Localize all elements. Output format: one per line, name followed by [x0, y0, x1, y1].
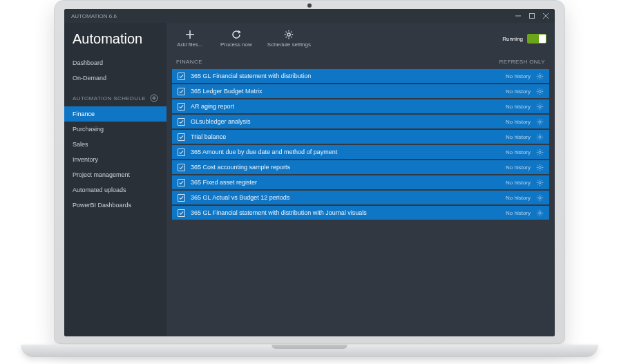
row-checkbox[interactable] [178, 103, 185, 111]
row-status: No history [506, 149, 531, 155]
sidebar-item-finance[interactable]: Finance [64, 106, 166, 122]
list-row[interactable]: 365 GL Financial statement with distribu… [172, 206, 549, 220]
svg-line-96 [542, 199, 542, 200]
svg-point-27 [539, 90, 541, 92]
list-row[interactable]: 365 GL Actual vs Budget 12 periodsNo his… [172, 191, 549, 204]
svg-line-53 [542, 119, 542, 120]
main-panel: Add files... Process now Schedule settin… [166, 23, 555, 336]
row-gear-icon[interactable] [536, 149, 544, 156]
svg-line-14 [286, 32, 287, 32]
add-files-button[interactable]: Add files... [175, 30, 205, 48]
row-status: No history [506, 73, 531, 79]
process-now-button[interactable]: Process now [220, 30, 252, 48]
sidebar-item-sales[interactable]: Sales [64, 137, 166, 152]
svg-line-86 [537, 180, 538, 181]
report-list: 365 GL Financial statement with distribu… [166, 69, 555, 225]
svg-line-25 [537, 77, 538, 78]
row-status: No history [506, 88, 531, 95]
sidebar-item-purchasing[interactable]: Purchasing [64, 122, 166, 137]
row-name: AR aging report [191, 103, 506, 110]
svg-line-95 [537, 195, 538, 196]
toolbar: Add files... Process now Schedule settin… [166, 23, 555, 55]
svg-line-70 [537, 153, 538, 154]
svg-line-52 [537, 123, 538, 124]
svg-line-107 [542, 211, 542, 211]
svg-point-63 [539, 151, 541, 153]
schedule-settings-button[interactable]: Schedule settings [267, 30, 311, 48]
row-gear-icon[interactable] [536, 88, 544, 95]
row-checkbox[interactable] [178, 73, 185, 80]
check-icon [179, 104, 184, 109]
minimize-icon[interactable] [515, 12, 522, 19]
svg-line-17 [291, 32, 292, 32]
list-row[interactable]: GLsubledger analysisNo history [172, 115, 549, 128]
add-files-label: Add files... [177, 41, 202, 48]
row-checkbox[interactable] [178, 209, 185, 217]
svg-line-59 [537, 135, 538, 135]
row-gear-icon[interactable] [536, 73, 544, 80]
row-gear-icon[interactable] [536, 103, 544, 111]
svg-line-105 [542, 214, 542, 215]
svg-point-45 [539, 120, 541, 122]
list-row[interactable]: Trial balanceNo history [172, 130, 549, 144]
row-checkbox[interactable] [178, 88, 185, 95]
list-row[interactable]: 365 Cost accounting sample reportsNo his… [172, 160, 549, 174]
sidebar-item-automated-uploads[interactable]: Automated uploads [64, 182, 166, 198]
plus-icon [185, 30, 195, 39]
row-gear-icon[interactable] [536, 194, 544, 202]
close-icon[interactable] [542, 12, 549, 19]
row-checkbox[interactable] [178, 194, 185, 202]
sidebar-item-inventory[interactable]: Inventory [64, 152, 166, 167]
check-icon [179, 195, 184, 200]
list-row[interactable]: 365 Amount due by due date and method of… [172, 145, 549, 159]
svg-line-16 [286, 37, 287, 37]
sidebar-item-on-demand[interactable]: On-Demand [64, 70, 166, 86]
titlebar: AUTOMATION 6.6 [64, 9, 555, 23]
svg-line-61 [537, 138, 538, 139]
row-name: GLsubledger analysis [191, 118, 506, 125]
row-checkbox[interactable] [178, 164, 185, 171]
svg-line-80 [542, 165, 542, 166]
running-toggle[interactable] [527, 34, 546, 44]
check-icon [179, 89, 184, 94]
svg-line-79 [537, 169, 538, 169]
row-checkbox[interactable] [178, 149, 185, 156]
sidebar-item-powerbi-dashboards[interactable]: PowerBI Dashboards [64, 198, 166, 213]
check-icon [179, 135, 184, 140]
sidebar-section-label: AUTOMATION SCHEDULE [73, 95, 146, 102]
row-status: No history [506, 119, 531, 125]
list-row[interactable]: AR aging reportNo history [172, 99, 549, 113]
sidebar-item-dashboard[interactable]: Dashboard [64, 55, 166, 70]
svg-line-60 [542, 138, 542, 139]
svg-line-106 [537, 214, 538, 215]
refresh-icon [231, 30, 241, 39]
sidebar-section-header: AUTOMATION SCHEDULE [64, 86, 166, 106]
schedule-settings-label: Schedule settings [267, 41, 311, 48]
row-gear-icon[interactable] [536, 209, 544, 217]
svg-line-98 [542, 195, 542, 196]
row-name: 365 GL Financial statement with distribu… [191, 73, 506, 79]
list-header: FINANCE REFRESH ONLY [166, 55, 555, 69]
svg-line-23 [537, 74, 538, 75]
maximize-icon[interactable] [528, 12, 535, 19]
svg-line-42 [542, 108, 542, 108]
sidebar-item-project-management[interactable]: Project management [64, 167, 166, 182]
row-checkbox[interactable] [178, 133, 185, 141]
check-icon [179, 165, 184, 170]
laptop-camera [307, 3, 312, 8]
svg-line-34 [537, 93, 538, 93]
svg-line-71 [542, 150, 542, 151]
add-schedule-icon[interactable] [150, 94, 158, 102]
list-row[interactable]: 365 GL Financial statement with distribu… [172, 69, 549, 83]
laptop-frame: AUTOMATION 6.6 Automation Dashboard On-D… [54, 0, 565, 344]
row-gear-icon[interactable] [536, 179, 544, 186]
svg-line-24 [542, 77, 542, 78]
row-checkbox[interactable] [178, 179, 185, 186]
row-status: No history [506, 195, 531, 201]
list-row[interactable]: 365 Ledger Budget MatrixNo history [172, 84, 549, 98]
row-gear-icon[interactable] [536, 118, 544, 126]
list-row[interactable]: 365 Fixed asset registerNo history [172, 175, 549, 189]
row-checkbox[interactable] [178, 118, 185, 126]
row-gear-icon[interactable] [536, 133, 544, 141]
row-gear-icon[interactable] [536, 164, 544, 171]
